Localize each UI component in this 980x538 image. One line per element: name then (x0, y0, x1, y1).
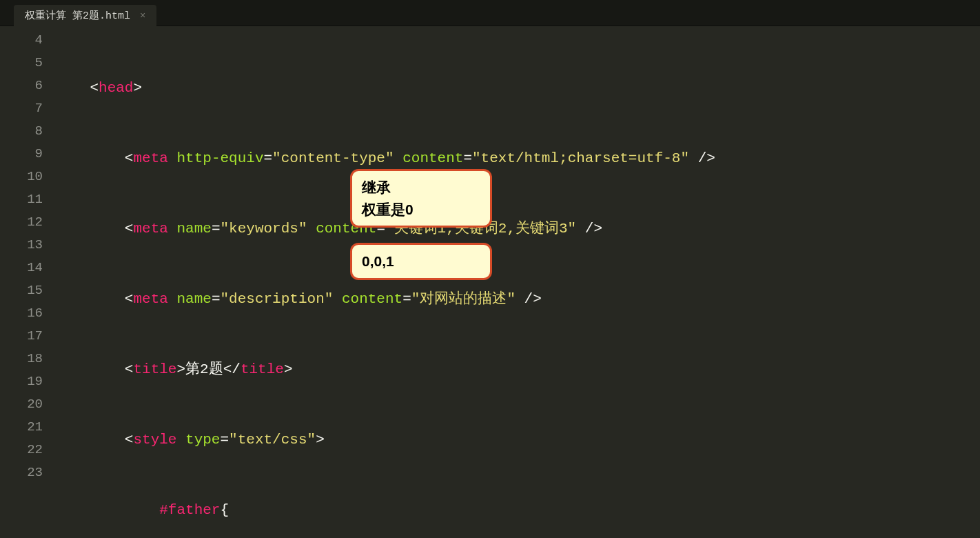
code-line: #father{ (55, 499, 980, 521)
code-editor[interactable]: 4567891011121314151617181920212223 <head… (0, 26, 980, 538)
line-number: 12 (0, 211, 43, 234)
line-number: 19 (0, 370, 43, 393)
annotation-callout: 0,0,1 (350, 243, 492, 280)
line-number: 11 (0, 188, 43, 211)
line-number: 23 (0, 461, 43, 484)
line-number: 4 (0, 29, 43, 52)
code-area[interactable]: <head> <meta http-equiv="content-type" c… (55, 26, 980, 538)
annotation-callout: 继承 权重是0 (350, 169, 492, 228)
code-line: <meta name="keywords" content="关键词1,关键词2… (55, 217, 980, 240)
line-number: 21 (0, 416, 43, 439)
code-line: <head> (55, 77, 980, 99)
line-number: 8 (0, 120, 43, 143)
code-line: <meta http-equiv="content-type" content=… (55, 147, 980, 170)
close-icon[interactable]: × (140, 10, 145, 21)
code-line: <title>第2题</title> (55, 358, 980, 381)
code-line: <style type="text/css"> (55, 428, 980, 451)
callout-text: 权重是0 (362, 199, 480, 221)
callout-text: 继承 (362, 177, 480, 199)
editor-tab[interactable]: 权重计算 第2题.html × (14, 5, 156, 26)
line-number: 17 (0, 325, 43, 348)
tab-label: 权重计算 第2题.html (25, 9, 130, 22)
code-line: <meta name="description" content="对网站的描述… (55, 288, 980, 310)
line-number: 6 (0, 74, 43, 97)
line-number: 16 (0, 302, 43, 325)
line-number: 10 (0, 166, 43, 188)
line-number: 13 (0, 234, 43, 257)
line-number: 15 (0, 279, 43, 302)
line-number: 5 (0, 52, 43, 74)
line-number: 14 (0, 257, 43, 279)
line-number-gutter: 4567891011121314151617181920212223 (0, 26, 55, 538)
line-number: 18 (0, 348, 43, 370)
callout-text: 0,0,1 (362, 250, 480, 272)
line-number: 22 (0, 439, 43, 461)
line-number: 20 (0, 393, 43, 416)
tab-bar: 权重计算 第2题.html × (0, 0, 980, 26)
line-number: 9 (0, 143, 43, 166)
line-number: 7 (0, 97, 43, 120)
